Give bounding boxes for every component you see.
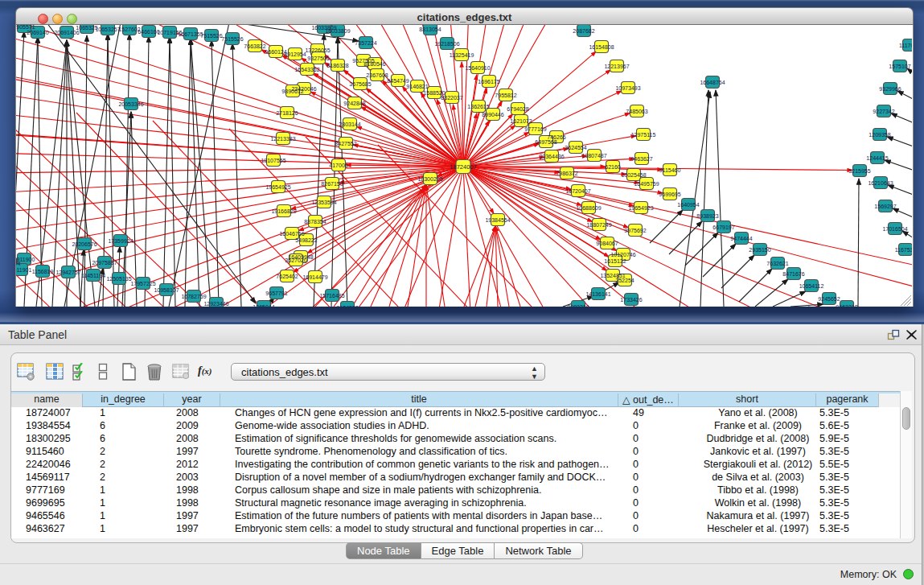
- svg-text:16914479: 16914479: [302, 274, 327, 280]
- svg-text:9975692: 9975692: [624, 228, 646, 233]
- svg-text:3911900: 3911900: [16, 257, 35, 262]
- svg-text:9657791: 9657791: [265, 290, 287, 296]
- svg-text:10654112: 10654112: [799, 283, 824, 289]
- svg-text:15716485: 15716485: [319, 293, 344, 299]
- svg-text:14136141: 14136141: [585, 291, 610, 297]
- svg-text:1696175: 1696175: [478, 79, 499, 84]
- svg-text:11325419: 11325419: [450, 52, 474, 58]
- svg-text:9777169: 9777169: [524, 126, 546, 132]
- svg-text:8267150: 8267150: [321, 181, 343, 187]
- svg-text:9124502: 9124502: [336, 305, 358, 307]
- svg-text:1733426: 1733426: [620, 297, 642, 303]
- svg-text:17016504: 17016504: [882, 226, 907, 232]
- svg-text:20053346: 20053346: [118, 101, 143, 107]
- svg-text:1569297: 1569297: [874, 204, 896, 209]
- svg-text:8454749: 8454749: [387, 78, 409, 84]
- svg-text:8990446: 8990446: [482, 112, 503, 117]
- svg-text:9245652: 9245652: [818, 296, 840, 302]
- svg-text:15640910: 15640910: [465, 65, 490, 71]
- svg-text:9699695: 9699695: [659, 192, 680, 197]
- svg-text:16782759: 16782759: [181, 294, 206, 299]
- svg-text:10958107: 10958107: [154, 287, 179, 293]
- svg-text:7632621: 7632621: [766, 261, 788, 266]
- svg-text:12923446: 12923446: [203, 301, 228, 307]
- svg-text:9474444: 9474444: [730, 236, 752, 241]
- svg-text:11451194: 11451194: [81, 273, 105, 278]
- svg-text:18300295: 18300295: [417, 176, 442, 182]
- svg-text:9890612: 9890612: [281, 89, 303, 94]
- svg-text:5498222: 5498222: [295, 237, 317, 243]
- svg-text:3675685: 3675685: [349, 81, 371, 87]
- svg-text:12353594: 12353594: [311, 200, 336, 205]
- svg-text:10688609: 10688609: [576, 205, 601, 211]
- svg-text:20364436: 20364436: [539, 154, 564, 159]
- svg-text:8471676: 8471676: [782, 271, 804, 277]
- svg-text:62160: 62160: [605, 164, 621, 170]
- svg-text:9463627: 9463627: [630, 156, 652, 162]
- svg-text:9327505: 9327505: [307, 56, 329, 61]
- svg-text:16543362: 16543362: [294, 67, 319, 72]
- svg-text:10120746: 10120746: [610, 252, 635, 257]
- svg-text:20691406: 20691406: [54, 30, 79, 35]
- svg-text:9115460: 9115460: [659, 167, 681, 173]
- svg-text:2803144: 2803144: [339, 122, 360, 127]
- svg-text:19654925: 19654925: [265, 184, 290, 190]
- svg-text:16046766: 16046766: [279, 231, 304, 237]
- svg-text:12942757: 12942757: [55, 270, 80, 275]
- svg-text:10973493: 10973493: [615, 85, 640, 91]
- svg-text:8427552: 8427552: [335, 141, 356, 146]
- svg-text:19107555: 19107555: [261, 158, 285, 163]
- svg-text:9227342: 9227342: [873, 109, 894, 114]
- svg-text:7515526: 7515526: [200, 33, 222, 39]
- svg-text:16210643: 16210643: [868, 180, 893, 186]
- svg-text:8180546: 8180546: [363, 61, 385, 67]
- svg-text:10653257: 10653257: [95, 27, 120, 32]
- svg-text:3911901: 3911901: [16, 267, 31, 273]
- svg-text:1621072: 1621072: [510, 118, 532, 124]
- svg-text:7986372: 7986372: [556, 171, 577, 176]
- svg-text:16154808: 16154808: [589, 44, 614, 50]
- svg-text:17359924: 17359924: [108, 238, 133, 244]
- svg-text:19384554: 19384554: [485, 217, 510, 223]
- svg-text:7515526: 7515526: [221, 36, 243, 42]
- svg-text:8322037: 8322037: [441, 95, 462, 101]
- svg-text:3215955: 3215955: [848, 168, 870, 174]
- svg-text:8813054: 8813054: [419, 27, 441, 32]
- svg-text:1615132: 1615132: [604, 258, 626, 264]
- svg-text:20206576: 20206576: [72, 241, 97, 247]
- svg-text:1265044: 1265044: [253, 304, 274, 307]
- svg-text:7663822: 7663822: [244, 43, 265, 49]
- svg-text:1167533: 1167533: [895, 247, 912, 253]
- svg-text:1362615: 1362615: [467, 104, 489, 109]
- svg-text:9084067: 9084067: [596, 241, 618, 246]
- svg-text:417006: 417006: [329, 163, 347, 168]
- svg-text:9146821: 9146821: [406, 84, 428, 89]
- svg-text:8938923: 8938923: [696, 213, 718, 219]
- svg-text:8912954: 8912954: [284, 51, 306, 57]
- svg-text:12975115: 12975115: [631, 132, 656, 138]
- svg-text:16033809: 16033809: [325, 28, 350, 34]
- svg-text:7357224: 7357224: [355, 40, 376, 46]
- svg-text:16495759: 16495759: [634, 181, 659, 187]
- svg-text:7955812: 7955812: [495, 93, 516, 98]
- svg-text:1156819: 1156819: [32, 269, 54, 274]
- svg-text:6497568: 6497568: [535, 139, 556, 145]
- svg-text:2367608: 2367608: [366, 72, 388, 78]
- svg-text:19218506: 19218506: [434, 41, 459, 47]
- svg-text:3527020: 3527020: [285, 257, 306, 263]
- svg-text:12213967: 12213967: [604, 64, 629, 69]
- svg-text:1640954: 1640954: [677, 202, 699, 208]
- svg-text:12213383: 12213383: [270, 136, 295, 142]
- svg-text:19654923: 19654923: [628, 205, 653, 211]
- svg-text:1117004: 1117004: [899, 43, 912, 48]
- svg-text:2718126: 2718126: [276, 110, 298, 116]
- svg-text:15720407: 15720407: [565, 188, 590, 194]
- svg-text:16648764: 16648764: [700, 80, 725, 85]
- svg-text:8083310: 8083310: [567, 304, 589, 307]
- svg-text:8878354: 8878354: [304, 219, 326, 225]
- svg-text:7485063: 7485063: [626, 109, 647, 114]
- svg-text:6794028: 6794028: [507, 106, 528, 112]
- svg-text:12505135: 12505135: [106, 276, 131, 282]
- svg-text:18807249: 18807249: [586, 222, 611, 228]
- svg-text:1575107: 1575107: [889, 64, 910, 69]
